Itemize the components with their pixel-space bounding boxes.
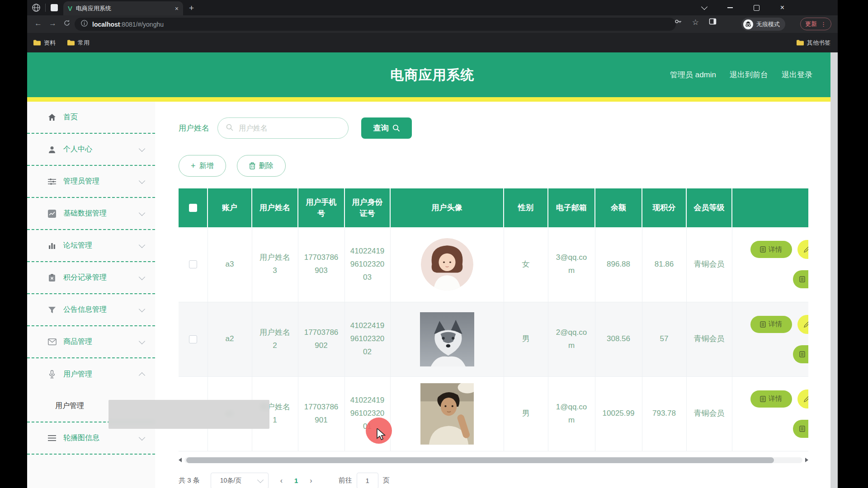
cell-balance: 896.88	[595, 227, 642, 302]
admin-user-label: 管理员 admin	[670, 70, 716, 80]
select-all-checkbox[interactable]	[189, 204, 197, 212]
edit-button[interactable]	[797, 389, 809, 408]
sidebar-item-personal-center[interactable]: 个人中心	[27, 134, 155, 166]
sidebar-item-basic-data[interactable]: 基础数据管理	[27, 198, 155, 230]
sidebar-item-home[interactable]: 首页	[27, 102, 155, 134]
reload-icon[interactable]	[63, 19, 71, 29]
prev-page-button[interactable]: ‹	[280, 477, 283, 485]
back-icon[interactable]: ←	[34, 19, 42, 28]
row-checkbox[interactable]	[189, 260, 197, 268]
cell-level: 青铜会员	[686, 302, 732, 376]
row-checkbox[interactable]	[189, 335, 197, 343]
users-table: 账户 用户姓名 用户手机号 用户身份证号 用户头像 性别 电子邮箱 余额 现积分…	[179, 188, 808, 451]
sidebar-item-forum[interactable]: 论坛管理	[27, 230, 155, 262]
window-menu-icon[interactable]	[701, 4, 708, 10]
bookmark-folder[interactable]: 常用	[67, 39, 90, 47]
edit-button[interactable]	[797, 315, 809, 334]
sidebar-item-products[interactable]: 商品管理	[27, 326, 155, 358]
logout-link[interactable]: 退出登录	[782, 70, 812, 80]
other-bookmarks[interactable]: 其他书签	[797, 39, 830, 47]
site-info-icon[interactable]	[81, 20, 88, 28]
detail-button[interactable]: 详情	[750, 316, 792, 333]
new-tab-button[interactable]: +	[189, 2, 194, 14]
tab-title: 电商应用系统	[76, 5, 172, 13]
select-all-cell	[179, 188, 208, 227]
search-icon	[226, 124, 233, 133]
vertical-scrollbar[interactable]	[830, 52, 838, 488]
main-content: 用户姓名 查询 + 新增	[155, 102, 838, 488]
page-size-value: 10条/页	[220, 477, 241, 485]
page-size-select[interactable]: 10条/页	[211, 473, 269, 488]
detail-button[interactable]: 详情	[750, 241, 792, 258]
cell-points: 57	[642, 302, 686, 376]
search-input[interactable]	[217, 117, 349, 139]
query-button-label: 查询	[373, 123, 389, 133]
home-icon	[47, 113, 57, 122]
cell-gender: 男	[504, 376, 548, 451]
current-page-number[interactable]: 1	[294, 477, 298, 484]
forward-icon[interactable]: →	[49, 19, 57, 28]
query-button[interactable]: 查询	[361, 117, 412, 139]
document-icon	[760, 246, 766, 253]
cell-gender: 女	[504, 227, 548, 302]
table-row: a3 用户姓名3 17703786903 410224199610232003 …	[179, 227, 808, 302]
tab-close-icon[interactable]: ×	[175, 5, 179, 12]
update-chip[interactable]: 更新 ⋮	[800, 18, 831, 30]
user-icon	[47, 145, 57, 154]
chevron-up-icon	[139, 372, 145, 378]
detail-button[interactable]: 详情	[750, 390, 792, 408]
add-button[interactable]: + 新增	[179, 155, 226, 177]
clipboard-x-icon	[47, 274, 57, 282]
plus-icon: +	[191, 161, 196, 171]
goto-page-input[interactable]	[357, 473, 378, 488]
key-icon[interactable]	[675, 18, 682, 27]
delete-button[interactable]: 删除	[237, 155, 286, 177]
incognito-icon	[743, 19, 753, 29]
sidebar-item-announcements[interactable]: 公告信息管理	[27, 294, 155, 326]
horizontal-scrollbar[interactable]	[179, 457, 808, 464]
scroll-right-icon[interactable]	[805, 458, 808, 462]
delete-row-button[interactable]	[793, 420, 809, 438]
sidebar-item-admin-management[interactable]: 管理员管理	[27, 166, 155, 198]
chevron-down-icon	[139, 338, 145, 344]
column-header: 余额	[595, 188, 642, 227]
sidebar-item-label: 个人中心	[63, 145, 140, 154]
sidebar-item-label: 商品管理	[63, 337, 140, 347]
url-path: :8081/#/yonghu	[120, 21, 164, 28]
document-icon	[799, 276, 805, 282]
restore-icon[interactable]	[754, 5, 760, 11]
browser-tab[interactable]: V 电商应用系统 ×	[63, 1, 183, 15]
goto-label: 前往	[339, 476, 352, 485]
pinned-app-icon[interactable]	[51, 4, 58, 11]
folder-icon	[33, 40, 41, 46]
bookmark-label: 资料	[44, 39, 56, 47]
delete-row-button[interactable]	[793, 345, 809, 363]
chart-box-icon	[47, 210, 57, 218]
column-header: 账户	[208, 188, 252, 227]
document-icon	[760, 396, 766, 402]
sidebar-item-points-records[interactable]: 积分记录管理	[27, 262, 155, 294]
cell-email: 1@qq.com	[548, 376, 595, 451]
window-close-icon[interactable]: ×	[780, 4, 784, 11]
edit-button[interactable]	[797, 240, 809, 259]
cell-phone: 17703786901	[298, 376, 344, 451]
more-menu-icon[interactable]: ⋮	[821, 21, 826, 28]
username-search-field[interactable]	[238, 124, 340, 133]
document-icon	[799, 351, 805, 357]
bookmark-folder[interactable]: 资料	[33, 39, 56, 47]
scrollbar-thumb[interactable]	[186, 457, 774, 463]
scrollbar-track[interactable]	[184, 457, 802, 463]
app-header: 电商应用系统 管理员 admin 退出到前台 退出登录	[27, 52, 838, 97]
delete-row-button[interactable]	[793, 270, 809, 288]
address-bar[interactable]: localhost:8081/#/yonghu	[75, 18, 676, 31]
sidebar-item-users[interactable]: 用户管理	[27, 358, 155, 390]
other-bookmarks-label: 其他书签	[807, 39, 830, 47]
minimize-icon[interactable]	[727, 7, 733, 8]
side-panel-icon[interactable]	[709, 18, 717, 27]
scroll-left-icon[interactable]	[179, 458, 182, 462]
exit-to-front-link[interactable]: 退出到前台	[730, 70, 768, 80]
next-page-button[interactable]: ›	[310, 477, 312, 485]
cell-id-number: 410224199610232002	[344, 302, 390, 376]
bookmark-star-icon[interactable]: ☆	[692, 18, 699, 27]
globe-icon[interactable]	[32, 3, 41, 14]
